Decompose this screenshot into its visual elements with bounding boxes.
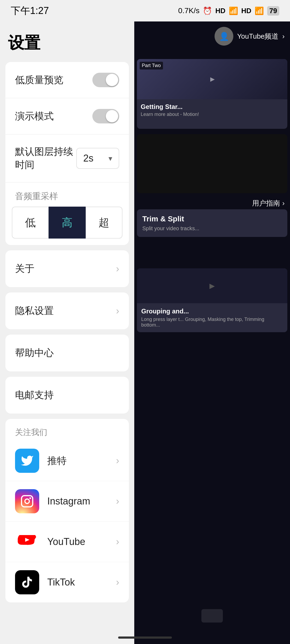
getting-started-thumb: Part Two ▶ <box>137 59 287 99</box>
about-row[interactable]: 关于 › <box>5 250 129 287</box>
channel-chevron-icon: › <box>282 32 285 41</box>
duration-dropdown[interactable]: 2s ▾ <box>76 148 119 169</box>
gs-info: Getting Star... Learn more about - Motio… <box>137 99 287 121</box>
settings-panel: 设置 低质量预览 演示模式 默认图层持续时间 2s ▾ <box>0 21 134 644</box>
getting-started-card: Part Two ▶ Getting Star... Learn more ab… <box>137 59 287 129</box>
twitter-social-left: 推特 <box>15 449 67 473</box>
user-guide-row: 用户指南 › <box>252 199 285 208</box>
signal-icon-2: 📶 <box>255 6 264 15</box>
segment-control: 低 高 超 <box>5 207 129 245</box>
default-duration-label: 默认图层持续时间 <box>15 145 76 171</box>
segment-low[interactable]: 低 <box>12 207 49 239</box>
follow-section: 关注我们 推特 › <box>5 419 129 602</box>
instagram-name: Instagram <box>47 496 90 507</box>
social-row-tiktok[interactable]: TikTok › <box>5 562 129 602</box>
main-container: 设置 低质量预览 演示模式 默认图层持续时间 2s ▾ <box>0 21 290 644</box>
youtube-name: YouTube <box>47 536 85 547</box>
social-row-instagram[interactable]: Instagram › <box>5 481 129 522</box>
hd-icon: HD <box>215 7 226 15</box>
part-two-badge: Part Two <box>140 62 163 69</box>
social-row-youtube[interactable]: YouTube › <box>5 522 129 562</box>
hd-icon-2: HD <box>241 7 252 15</box>
about-label: 关于 <box>15 262 34 275</box>
twitter-chevron-icon: › <box>116 455 119 466</box>
follow-label: 关注我们 <box>5 419 129 441</box>
svg-point-1 <box>25 499 30 504</box>
low-quality-toggle[interactable] <box>92 73 119 87</box>
audio-resample-label: 音频重采样 <box>5 182 129 207</box>
demo-mode-row: 演示模式 <box>5 98 129 134</box>
gesture-bar <box>118 636 172 639</box>
grouping-title: Grouping and... <box>141 308 283 315</box>
instagram-icon <box>15 489 39 513</box>
status-time: 下午1:27 <box>11 4 49 17</box>
instagram-chevron-icon: › <box>116 496 119 507</box>
settings-card-email[interactable]: 电邮支持 › <box>5 377 129 414</box>
tiktok-chevron-icon: › <box>116 577 119 588</box>
email-row[interactable]: 电邮支持 › <box>5 377 129 414</box>
youtube-chevron-icon: › <box>116 536 119 547</box>
settings-card-privacy[interactable]: 隐私设置 › <box>5 292 129 329</box>
status-bar: 下午1:27 0.7K/s ⏰ HD 📶 HD 📶 79 <box>0 0 290 21</box>
youtube-social-left: YouTube <box>15 530 85 554</box>
social-row-twitter[interactable]: 推特 › <box>5 441 129 481</box>
tiktok-icon <box>15 570 39 594</box>
help-row[interactable]: 帮助中心 › <box>5 335 129 371</box>
settings-card-help[interactable]: 帮助中心 › <box>5 335 129 371</box>
privacy-row[interactable]: 隐私设置 › <box>5 292 129 329</box>
grouping-thumb: ▶ <box>137 268 287 303</box>
status-icons: 0.7K/s ⏰ HD 📶 HD 📶 79 <box>178 6 279 16</box>
dark-thumb-card <box>137 134 287 193</box>
default-duration-row: 默认图层持续时间 2s ▾ <box>5 134 129 182</box>
low-quality-row: 低质量预览 <box>5 62 129 98</box>
privacy-label: 隐私设置 <box>15 304 54 317</box>
alarm-icon: ⏰ <box>203 6 212 15</box>
battery-icon: 79 <box>267 6 279 16</box>
right-panel: 👤 YouTube频道 › Part Two ▶ Getting Star...… <box>134 21 290 644</box>
gs-thumb-bg: ▶ <box>210 76 214 82</box>
settings-title: 设置 <box>0 21 134 62</box>
twitter-name: 推特 <box>47 454 67 467</box>
twitter-icon <box>15 449 39 473</box>
grouping-desc: Long press layer t... Grouping, Masking … <box>141 317 283 328</box>
segment-high[interactable]: 高 <box>49 207 85 239</box>
user-guide-chevron-icon: › <box>282 199 285 207</box>
network-speed: 0.7K/s <box>178 6 200 15</box>
privacy-chevron-icon: › <box>116 305 119 317</box>
demo-mode-label: 演示模式 <box>15 110 54 123</box>
signal-icon-1: 📶 <box>229 6 238 15</box>
svg-rect-0 <box>21 496 33 507</box>
chevron-down-icon: ▾ <box>108 154 112 163</box>
yt-avatar: 👤 <box>215 27 233 46</box>
email-label: 电邮支持 <box>15 389 54 402</box>
svg-point-2 <box>29 497 31 499</box>
about-chevron-icon: › <box>116 263 119 275</box>
tiktok-name: TikTok <box>47 577 75 588</box>
gs-title: Getting Star... <box>141 103 284 111</box>
duration-value: 2s <box>83 153 93 164</box>
trim-split-title: Trim & Split <box>142 215 282 223</box>
youtube-icon <box>15 530 39 554</box>
grouping-info: Grouping and... Long press layer t... Gr… <box>137 303 287 332</box>
channel-row: 👤 YouTube频道 › <box>215 27 285 46</box>
instagram-social-left: Instagram <box>15 489 90 513</box>
user-guide-text: 用户指南 <box>252 199 280 208</box>
demo-mode-toggle[interactable] <box>92 109 119 123</box>
channel-text: YouTube频道 <box>237 32 278 41</box>
audio-resample-section: 音频重采样 低 高 超 <box>5 182 129 245</box>
tiktok-social-left: TikTok <box>15 570 75 594</box>
bottom-action-btn[interactable] <box>201 609 223 623</box>
gs-desc: Learn more about - Motion! <box>141 112 284 117</box>
trim-split-desc: Split your video tracks... <box>142 225 282 232</box>
grouping-card: ▶ Grouping and... Long press layer t... … <box>137 268 287 332</box>
bottom-spacer <box>0 608 134 635</box>
settings-card-main: 低质量预览 演示模式 默认图层持续时间 2s ▾ 音频重采样 低 <box>5 62 129 245</box>
settings-card-about[interactable]: 关于 › <box>5 250 129 287</box>
trim-split-card: Trim & Split Split your video tracks... <box>137 209 287 237</box>
segment-super[interactable]: 超 <box>86 207 122 239</box>
help-label: 帮助中心 <box>15 346 54 360</box>
low-quality-label: 低质量预览 <box>15 74 63 87</box>
